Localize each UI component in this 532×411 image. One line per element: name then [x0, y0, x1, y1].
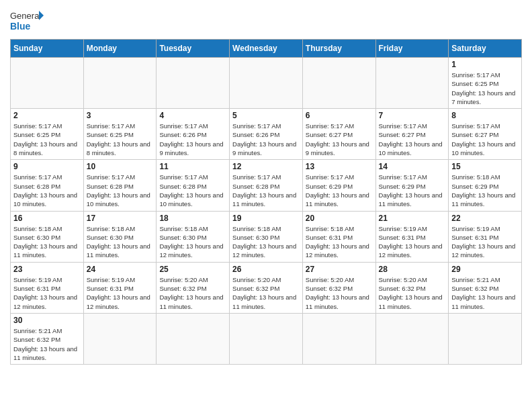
day-info: Sunrise: 5:17 AM Sunset: 6:28 PM Dayligh…	[232, 173, 300, 208]
calendar-cell: 20Sunrise: 5:18 AM Sunset: 6:31 PM Dayli…	[302, 211, 375, 262]
week-row: 9Sunrise: 5:17 AM Sunset: 6:28 PM Daylig…	[11, 160, 522, 211]
day-number: 23	[13, 265, 81, 274]
day-info: Sunrise: 5:21 AM Sunset: 6:32 PM Dayligh…	[451, 275, 519, 311]
day-header-saturday: Saturday	[449, 40, 522, 58]
day-info: Sunrise: 5:20 AM Sunset: 6:32 PM Dayligh…	[306, 275, 373, 311]
calendar-cell	[83, 58, 157, 109]
header: General Blue	[10, 7, 522, 36]
day-info: Sunrise: 5:17 AM Sunset: 6:26 PM Dayligh…	[159, 122, 226, 157]
day-info: Sunrise: 5:20 AM Sunset: 6:32 PM Dayligh…	[232, 275, 300, 311]
svg-marker-2	[39, 11, 44, 20]
calendar-cell	[83, 313, 157, 364]
day-number: 27	[306, 265, 373, 274]
calendar-cell: 26Sunrise: 5:20 AM Sunset: 6:32 PM Dayli…	[230, 262, 303, 313]
day-info: Sunrise: 5:19 AM Sunset: 6:31 PM Dayligh…	[13, 275, 81, 311]
day-number: 2	[13, 111, 81, 120]
calendar-cell: 10Sunrise: 5:17 AM Sunset: 6:28 PM Dayli…	[83, 160, 157, 211]
svg-text:Blue: Blue	[10, 21, 31, 32]
week-row: 30Sunrise: 5:21 AM Sunset: 6:32 PM Dayli…	[11, 313, 522, 364]
day-number: 3	[87, 111, 154, 120]
day-info: Sunrise: 5:20 AM Sunset: 6:32 PM Dayligh…	[159, 275, 226, 311]
day-info: Sunrise: 5:17 AM Sunset: 6:25 PM Dayligh…	[13, 122, 81, 157]
calendar-cell: 23Sunrise: 5:19 AM Sunset: 6:31 PM Dayli…	[11, 262, 84, 313]
day-info: Sunrise: 5:17 AM Sunset: 6:25 PM Dayligh…	[451, 71, 519, 106]
calendar-cell: 2Sunrise: 5:17 AM Sunset: 6:25 PM Daylig…	[11, 109, 84, 160]
logo-svg: General Blue	[10, 7, 44, 36]
day-header-wednesday: Wednesday	[230, 40, 303, 58]
day-info: Sunrise: 5:18 AM Sunset: 6:30 PM Dayligh…	[232, 224, 300, 260]
day-number: 11	[159, 162, 226, 171]
calendar-cell: 19Sunrise: 5:18 AM Sunset: 6:30 PM Dayli…	[230, 211, 303, 262]
calendar-cell: 30Sunrise: 5:21 AM Sunset: 6:32 PM Dayli…	[11, 313, 84, 364]
calendar-cell	[375, 313, 449, 364]
day-number: 16	[13, 214, 81, 223]
day-info: Sunrise: 5:17 AM Sunset: 6:27 PM Dayligh…	[451, 122, 519, 157]
week-row: 2Sunrise: 5:17 AM Sunset: 6:25 PM Daylig…	[11, 109, 522, 160]
week-row: 16Sunrise: 5:18 AM Sunset: 6:30 PM Dayli…	[11, 211, 522, 262]
calendar-cell: 6Sunrise: 5:17 AM Sunset: 6:27 PM Daylig…	[302, 109, 375, 160]
calendar-cell: 21Sunrise: 5:19 AM Sunset: 6:31 PM Dayli…	[375, 211, 449, 262]
week-row: 1Sunrise: 5:17 AM Sunset: 6:25 PM Daylig…	[11, 58, 522, 109]
calendar-cell: 28Sunrise: 5:20 AM Sunset: 6:32 PM Dayli…	[375, 262, 449, 313]
logo: General Blue	[10, 7, 44, 36]
day-number: 25	[159, 265, 226, 274]
calendar-cell: 14Sunrise: 5:17 AM Sunset: 6:29 PM Dayli…	[375, 160, 449, 211]
calendar-cell: 4Sunrise: 5:17 AM Sunset: 6:26 PM Daylig…	[157, 109, 230, 160]
day-number: 28	[379, 265, 446, 274]
calendar-cell	[157, 313, 230, 364]
day-header-tuesday: Tuesday	[157, 40, 230, 58]
day-number: 19	[232, 214, 300, 223]
day-info: Sunrise: 5:17 AM Sunset: 6:28 PM Dayligh…	[159, 173, 226, 208]
day-info: Sunrise: 5:17 AM Sunset: 6:26 PM Dayligh…	[232, 122, 300, 157]
calendar-cell	[230, 313, 303, 364]
day-number: 20	[306, 214, 373, 223]
day-number: 22	[451, 214, 519, 223]
week-row: 23Sunrise: 5:19 AM Sunset: 6:31 PM Dayli…	[11, 262, 522, 313]
calendar-cell: 18Sunrise: 5:18 AM Sunset: 6:30 PM Dayli…	[157, 211, 230, 262]
day-number: 4	[159, 111, 226, 120]
calendar-cell: 22Sunrise: 5:19 AM Sunset: 6:31 PM Dayli…	[449, 211, 522, 262]
day-number: 24	[87, 265, 154, 274]
days-header-row: SundayMondayTuesdayWednesdayThursdayFrid…	[11, 40, 522, 58]
calendar-cell: 3Sunrise: 5:17 AM Sunset: 6:25 PM Daylig…	[83, 109, 157, 160]
calendar-cell: 8Sunrise: 5:17 AM Sunset: 6:27 PM Daylig…	[449, 109, 522, 160]
day-info: Sunrise: 5:20 AM Sunset: 6:32 PM Dayligh…	[379, 275, 446, 311]
calendar-cell: 27Sunrise: 5:20 AM Sunset: 6:32 PM Dayli…	[302, 262, 375, 313]
day-number: 14	[379, 162, 446, 171]
day-number: 15	[451, 162, 519, 171]
calendar-cell: 29Sunrise: 5:21 AM Sunset: 6:32 PM Dayli…	[449, 262, 522, 313]
day-header-sunday: Sunday	[11, 40, 84, 58]
day-info: Sunrise: 5:17 AM Sunset: 6:28 PM Dayligh…	[13, 173, 81, 208]
day-number: 1	[451, 60, 519, 69]
calendar-cell: 1Sunrise: 5:17 AM Sunset: 6:25 PM Daylig…	[449, 58, 522, 109]
calendar-cell	[302, 58, 375, 109]
day-info: Sunrise: 5:18 AM Sunset: 6:30 PM Dayligh…	[159, 224, 226, 260]
calendar-table: SundayMondayTuesdayWednesdayThursdayFrid…	[10, 39, 522, 365]
day-info: Sunrise: 5:19 AM Sunset: 6:31 PM Dayligh…	[451, 224, 519, 260]
calendar-cell: 24Sunrise: 5:19 AM Sunset: 6:31 PM Dayli…	[83, 262, 157, 313]
calendar-cell	[302, 313, 375, 364]
calendar-cell	[449, 313, 522, 364]
day-number: 17	[87, 214, 154, 223]
calendar-cell: 12Sunrise: 5:17 AM Sunset: 6:28 PM Dayli…	[230, 160, 303, 211]
day-number: 10	[87, 162, 154, 171]
calendar-cell: 9Sunrise: 5:17 AM Sunset: 6:28 PM Daylig…	[11, 160, 84, 211]
day-info: Sunrise: 5:18 AM Sunset: 6:31 PM Dayligh…	[306, 224, 373, 260]
calendar-cell: 16Sunrise: 5:18 AM Sunset: 6:30 PM Dayli…	[11, 211, 84, 262]
day-header-monday: Monday	[83, 40, 157, 58]
day-info: Sunrise: 5:21 AM Sunset: 6:32 PM Dayligh…	[13, 326, 81, 362]
day-number: 26	[232, 265, 300, 274]
day-number: 30	[13, 316, 81, 325]
calendar-cell: 25Sunrise: 5:20 AM Sunset: 6:32 PM Dayli…	[157, 262, 230, 313]
day-info: Sunrise: 5:17 AM Sunset: 6:29 PM Dayligh…	[306, 173, 373, 208]
day-number: 7	[379, 111, 446, 120]
day-number: 9	[13, 162, 81, 171]
calendar-cell: 11Sunrise: 5:17 AM Sunset: 6:28 PM Dayli…	[157, 160, 230, 211]
calendar-cell: 15Sunrise: 5:18 AM Sunset: 6:29 PM Dayli…	[449, 160, 522, 211]
day-number: 29	[451, 265, 519, 274]
day-number: 18	[159, 214, 226, 223]
day-number: 5	[232, 111, 300, 120]
calendar-cell	[11, 58, 84, 109]
calendar-cell	[230, 58, 303, 109]
day-info: Sunrise: 5:17 AM Sunset: 6:25 PM Dayligh…	[87, 122, 154, 157]
